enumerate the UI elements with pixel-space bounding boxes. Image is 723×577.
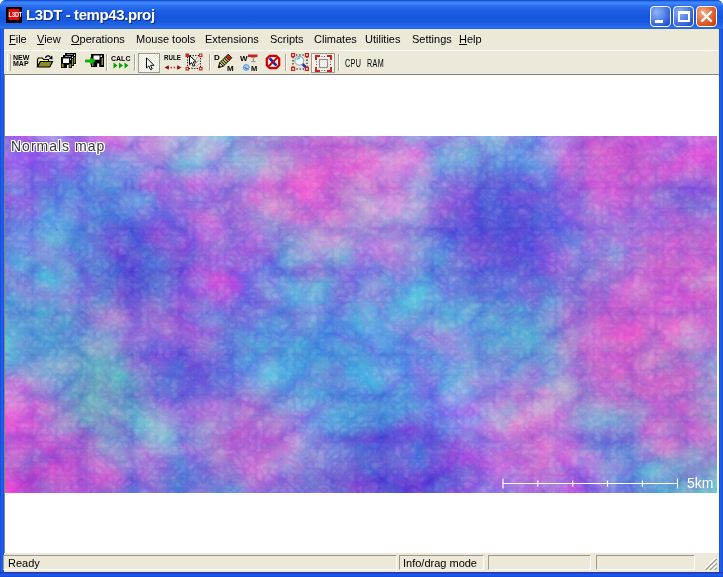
svg-text:W: W [240, 54, 248, 63]
svg-text:D: D [214, 53, 220, 62]
svg-text:M: M [251, 64, 257, 72]
svg-text:M: M [227, 64, 234, 72]
svg-text:5km: 5km [687, 475, 713, 491]
